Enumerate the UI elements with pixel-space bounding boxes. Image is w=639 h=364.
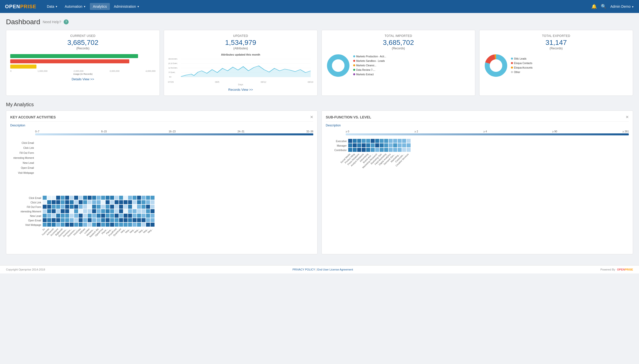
exp-legend-item-3: Eloqua Accounts	[511, 66, 533, 70]
analytics-cards: KEY ACCOUNT ACTIVITIES ✕ Description 0–7…	[6, 110, 633, 254]
key-account-header: KEY ACCOUNT ACTIVITIES ✕	[10, 115, 313, 122]
bar-green	[10, 54, 138, 58]
footer-center: PRIVACY POLICY | End User License Agreem…	[293, 268, 353, 271]
svg-text:225K: 225K	[168, 62, 178, 64]
donut-imported-legend: Marketo Production - Acti... Marketo San…	[353, 54, 386, 77]
key-account-activities-card: KEY ACCOUNT ACTIVITIES ✕ Description 0–7…	[6, 110, 318, 254]
total-imported-sub: (Records)	[326, 46, 471, 50]
bar-row-3	[10, 64, 155, 68]
sfunc-scale-261: ≥ 261	[622, 130, 629, 133]
admin-dropdown-arrow: ▼	[137, 5, 139, 8]
data-dropdown-arrow: ▼	[55, 5, 58, 8]
donut-exported: Sfdc Leads Eloqua Contacts Eloqua Accoun…	[484, 53, 629, 78]
stat-cards: CURRENT USED 3,685,702 (Records) 0 1,000…	[6, 30, 633, 96]
exp-legend-dot-2	[511, 62, 513, 64]
scale-32: 32–38	[306, 130, 313, 133]
axis-4m: 4,000,000	[145, 70, 155, 72]
key-account-close[interactable]: ✕	[310, 115, 313, 120]
privacy-policy-link[interactable]: PRIVACY POLICY	[293, 268, 315, 271]
key-account-title: KEY ACCOUNT ACTIVITIES	[10, 115, 56, 119]
dashboard-header: Dashboard Need Help? ?	[6, 18, 633, 26]
line-chart: 300K 225K 150K 75K 0	[168, 57, 313, 80]
sub-function-description: Description	[326, 124, 629, 127]
copyright: Copyright Openprise 2014-2018	[6, 268, 45, 271]
heatmap-container: Click Email Click Link Fill Out Form nte…	[10, 136, 313, 250]
scale-0: 0–7	[35, 130, 40, 133]
legend-dot-1	[353, 55, 355, 57]
legend-item-3: Marketo Cleansi...	[353, 63, 386, 68]
scale-8: 8–15	[101, 130, 107, 133]
donut-imported: Marketo Production - Acti... Marketo San…	[326, 53, 471, 78]
legend-dot-3	[353, 64, 355, 66]
current-used-label: CURRENT USED	[10, 34, 155, 38]
nav-analytics[interactable]: Analytics	[90, 3, 110, 10]
sub-function-close[interactable]: ✕	[625, 115, 629, 120]
details-view-link[interactable]: Details View >>	[10, 77, 155, 81]
logo: OPENPRISE	[5, 4, 37, 10]
axis-date-1: 07/29	[168, 81, 174, 83]
sfunc-scale-labels: ≥ 0 ≥ 2 ≥ 4 ≥ 90 ≥ 261	[346, 130, 629, 133]
axis-date-4: 08/19	[308, 81, 313, 83]
axis-1m: 1,000,000	[38, 70, 47, 72]
current-used-card: CURRENT USED 3,685,702 (Records) 0 1,000…	[6, 30, 160, 96]
bell-icon[interactable]: 🔔	[591, 4, 597, 9]
scale-16: 16–23	[169, 130, 176, 133]
updated-label: UPDATED	[168, 34, 313, 38]
row-click-email: Click Email	[22, 142, 34, 144]
nav-right: 🔔 🔍 Admin Demo ▼	[591, 4, 634, 9]
donut-chart-imported	[326, 53, 351, 78]
bar-chart: 0 1,000,000 2,000,000 3,000,000 4,000,00…	[10, 53, 155, 75]
current-used-value: 3,685,702	[10, 39, 155, 46]
row-new-lead: New Lead	[23, 162, 34, 164]
legend-item-1: Marketo Production - Acti...	[353, 54, 386, 59]
user-dropdown-arrow: ▼	[631, 6, 634, 8]
total-imported-value: 3,685,702	[326, 39, 471, 46]
heatmap-canvas	[10, 192, 175, 249]
sfunc-scale-0: ≥ 0	[346, 130, 349, 133]
donut-chart-exported	[484, 53, 508, 78]
legend-dot-2	[353, 60, 355, 62]
legend-item-4: Data Review 7-...	[353, 68, 386, 72]
svg-marker-10	[181, 66, 311, 77]
scale-24: 24–31	[237, 130, 244, 133]
axis-2m: 2,000,000	[73, 70, 83, 72]
heatmap-scale-bar	[35, 134, 313, 136]
exp-legend-item-1: Sfdc Leads	[511, 56, 533, 61]
donut-exported-legend: Sfdc Leads Eloqua Contacts Eloqua Accoun…	[511, 56, 533, 74]
updated-card: UPDATED 1,534,979 (Attributes) Attribute…	[164, 30, 318, 96]
total-imported-card: TOTAL IMPORTED 3,685,702 (Records)	[321, 30, 475, 96]
axis-date-2: 08/5	[215, 81, 220, 83]
automation-dropdown-arrow: ▼	[83, 5, 86, 8]
help-icon[interactable]: ?	[64, 20, 69, 24]
nav-data[interactable]: Data ▼	[44, 3, 61, 10]
main-content: Dashboard Need Help? ? CURRENT USED 3,68…	[0, 13, 639, 259]
row-visit-webpage: Visit Webpage	[18, 172, 34, 174]
need-help-text: Need Help?	[43, 20, 61, 24]
nav-automation[interactable]: Automation ▼	[62, 3, 89, 10]
bar-row-2	[10, 59, 155, 63]
navbar: OPENPRISE Data ▼ Automation ▼ Analytics …	[0, 0, 639, 13]
sfunc-scale-90: ≥ 90	[552, 130, 557, 133]
records-view-link[interactable]: Records View >>	[168, 88, 313, 92]
user-menu[interactable]: Admin Demo ▼	[610, 4, 634, 8]
row-open-email: Open Email	[21, 166, 34, 169]
total-exported-sub: (Records)	[484, 46, 629, 50]
eula-link[interactable]: End User License Agreement	[317, 268, 353, 271]
heatmap-scale-area: 0–7 8–15 16–23 24–31 32–38	[10, 130, 313, 136]
heatmap-svg: Click Email Click Link Fill Out Form nte…	[10, 136, 175, 191]
exp-legend-dot-4	[511, 71, 513, 73]
current-used-sub: (Records)	[10, 46, 155, 50]
dashboard-title: Dashboard	[6, 18, 40, 26]
row-fill-form: Fill Out Form	[20, 152, 34, 154]
nav-administration[interactable]: Administration ▼	[111, 3, 142, 10]
bar-yellow	[10, 64, 37, 68]
total-exported-card: TOTAL EXPORTED 31,147 (Records) Sfdc Lea…	[479, 30, 633, 96]
nav-links: Data ▼ Automation ▼ Analytics Administra…	[44, 3, 592, 10]
updated-sub: (Attributes)	[168, 46, 313, 50]
exp-legend-item-2: Eloqua Contacts	[511, 61, 533, 66]
line-axis-days: Days	[168, 83, 313, 86]
bar-axis-label: Usage (in Records)	[10, 73, 155, 75]
search-icon[interactable]: 🔍	[601, 4, 606, 9]
key-account-description: Description	[10, 124, 313, 127]
updated-value: 1,534,979	[168, 39, 313, 46]
